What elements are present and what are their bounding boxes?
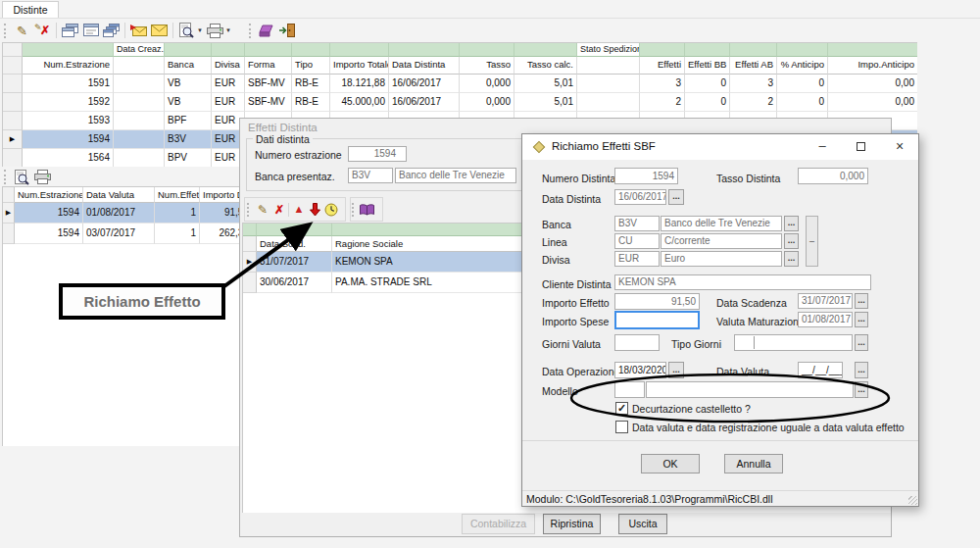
table-row[interactable]: 1591VBEURSBF-MVRB-E18.121,8816/06/20170,… [3, 75, 917, 93]
importo-effetto-field[interactable]: 91,50 [614, 293, 700, 310]
column-header[interactable]: Tipo [292, 57, 330, 75]
print-button[interactable] [205, 22, 225, 40]
numero-estrazione-field[interactable]: 1594 [348, 146, 407, 162]
data-valuta-browse-button[interactable]: ... [855, 362, 868, 378]
print-button[interactable] [32, 168, 53, 186]
minimize-button[interactable]: – [803, 134, 842, 160]
copy-window-button[interactable] [60, 22, 80, 40]
clean-button[interactable] [257, 22, 277, 40]
mail-button[interactable] [149, 22, 170, 40]
close-button[interactable]: × [881, 134, 918, 160]
banca-presentaz-code-field[interactable]: B3V [348, 168, 393, 183]
column-header[interactable]: Tasso [460, 57, 514, 75]
decurtazione-checkbox[interactable]: ✓ [615, 402, 628, 415]
tasso-distinta-field[interactable]: 0,000 [798, 168, 868, 184]
print-preview-button[interactable] [176, 22, 197, 40]
toolbar-grip[interactable] [4, 24, 8, 38]
data-valuta-uguale-checkbox[interactable] [615, 421, 628, 433]
status-bar: Modulo: C:\GoldTesoreria8.1.03\Programmi… [522, 490, 918, 506]
toolbar-grip[interactable] [4, 170, 8, 184]
linea-code-field[interactable]: CU [614, 233, 660, 249]
column-header[interactable]: Ragione Sociale [332, 236, 528, 252]
preview-button[interactable] [12, 168, 32, 186]
toolbar-grip[interactable] [249, 24, 253, 38]
print-preview-dropdown[interactable]: ▼ [197, 27, 203, 33]
richiamo-effetto-button[interactable] [307, 200, 322, 219]
delete-effetto-button[interactable]: ✗ [270, 200, 286, 219]
linea-label: Linea [542, 236, 567, 248]
column-header[interactable]: Effetti [640, 57, 685, 75]
data-distinta-field[interactable]: 16/06/2017 [614, 189, 666, 205]
annulla-button[interactable]: Annulla [724, 454, 783, 473]
column-header[interactable]: Data Scad. [257, 236, 332, 252]
modello-browse-button[interactable]: ... [855, 381, 868, 398]
toolbar-grip[interactable] [352, 203, 356, 217]
table-row[interactable]: 1592VBEURSBF-MVRB-E45.000,0016/06/20170,… [3, 93, 917, 112]
tab-distinte[interactable]: Distinte [2, 1, 59, 18]
delete-record-button[interactable]: ✎✗ [32, 22, 53, 40]
tipo-giorni-browse-button[interactable]: ... [855, 334, 868, 351]
column-header[interactable]: Num.Estrazione [15, 187, 83, 203]
data-operazione-browse-button[interactable]: ... [668, 362, 684, 378]
print-dropdown[interactable]: ▼ [225, 27, 231, 33]
banca-name-field[interactable]: Banco delle Tre Venezie [661, 216, 782, 231]
column-header[interactable]: Impo.Anticipo [828, 57, 917, 75]
column-header[interactable] [114, 57, 165, 75]
window-properties-button[interactable] [80, 22, 101, 40]
linea-browse-button[interactable]: ... [784, 233, 799, 249]
exit-button[interactable] [277, 22, 298, 40]
scadenze-button[interactable] [322, 200, 339, 219]
banca-linea-divisa-side-button[interactable]: – [806, 216, 818, 267]
toolbar-grip[interactable] [247, 203, 251, 217]
data-operazione-field[interactable]: 18/03/2020 [614, 362, 666, 378]
modello-name-field[interactable] [646, 381, 854, 398]
data-distinta-browse-button[interactable]: ... [668, 189, 684, 205]
cliente-distinta-field[interactable]: KEMON SPA [614, 274, 871, 290]
column-header[interactable]: Forma [245, 57, 292, 75]
column-header[interactable]: Divisa [212, 57, 245, 75]
data-scadenza-browse-button[interactable]: ... [855, 293, 868, 309]
column-header[interactable]: Num.Effetti [155, 187, 200, 203]
linea-name-field[interactable]: C/corrente [661, 233, 782, 249]
valuta-maturazione-browse-button[interactable]: ... [855, 312, 868, 327]
resize-grip[interactable] [908, 496, 917, 505]
contabilizza-button[interactable]: Contabilizza [462, 514, 535, 534]
column-header[interactable]: % Anticipo [777, 57, 828, 75]
valuta-maturazione-field[interactable]: 01/08/2017 [798, 312, 853, 327]
column-header[interactable]: Data Distinta [389, 57, 460, 75]
modello-code-field[interactable] [614, 381, 645, 398]
column-header[interactable]: Data Valuta [83, 187, 155, 203]
banca-code-field[interactable]: B3V [614, 216, 660, 231]
cascade-windows-button[interactable] [101, 22, 122, 40]
edit-record-button[interactable]: ✎ [12, 22, 32, 40]
ripristina-button[interactable]: Ripristina [543, 514, 601, 534]
column-header[interactable]: Importo Totale [330, 57, 389, 75]
divisa-code-field[interactable]: EUR [614, 251, 660, 267]
column-header[interactable]: Effetti BB [685, 57, 730, 75]
banca-browse-button[interactable]: ... [784, 216, 799, 231]
data-scadenza-field[interactable]: 31/07/2017 [798, 293, 853, 309]
segnala-button[interactable]: ▲ [291, 200, 307, 219]
importo-spese-field-focused[interactable] [614, 311, 700, 329]
column-header[interactable]: Banca [165, 57, 212, 75]
ok-button[interactable]: OK [641, 454, 700, 473]
divisa-browse-button[interactable]: ... [784, 251, 799, 267]
edit-effetto-button[interactable]: ✎ [255, 200, 270, 219]
column-header[interactable]: Effetti AB [730, 57, 777, 75]
send-mail-button[interactable] [128, 22, 149, 40]
table-row[interactable]: 1594 03/07/2017 1 262,30 [3, 224, 239, 244]
numero-distinta-field[interactable]: 1594 [614, 168, 678, 184]
column-header[interactable]: Tasso calc. [514, 57, 577, 75]
column-header[interactable]: Num.Estrazione [23, 57, 114, 75]
giorni-valuta-field[interactable] [614, 334, 660, 351]
tipo-giorni-combo[interactable] [734, 334, 853, 351]
column-header[interactable]: Importo Data [200, 187, 239, 203]
column-header[interactable] [577, 57, 640, 75]
banca-presentaz-name-field[interactable]: Banco delle Tre Venezie [395, 168, 516, 183]
help-book-button[interactable] [358, 200, 375, 219]
maximize-button[interactable] [842, 134, 881, 160]
uscita-button[interactable]: Uscita [618, 514, 667, 534]
divisa-name-field[interactable]: Euro [661, 251, 782, 267]
table-row-selected[interactable]: ▶ 1594 01/08/2017 1 91,50 [3, 203, 239, 224]
data-valuta-field[interactable]: __/__/____ [798, 362, 843, 378]
